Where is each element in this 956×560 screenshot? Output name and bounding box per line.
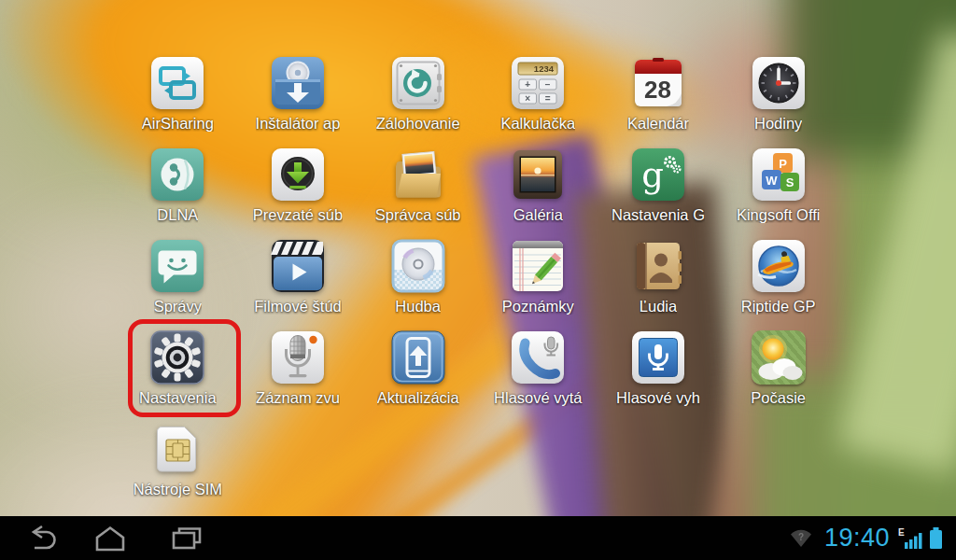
app-grid: AirSharing Inštalátor ap [118,56,838,513]
app-label: Poznámky [502,298,574,315]
google-g-glyph: g [641,155,664,195]
recents-icon [169,525,204,553]
app-hudba[interactable]: Hudba [358,239,478,330]
weather-icon [752,330,806,385]
app-label: Ľudia [640,298,677,315]
app-kalendar[interactable]: 28 Kalendár [598,56,719,147]
app-kingsoft-office[interactable]: P W S Kingsoft Offi [718,147,838,239]
wifi-question-icon: ? [790,528,812,548]
dlna-icon [150,147,204,202]
app-zaznam-zvuku[interactable]: Záznam zvu [238,330,358,422]
app-aktualizacia[interactable]: Aktualizácia [358,330,478,422]
signal-indicator: E [898,526,924,551]
app-label: Riptide GP [741,298,816,315]
app-label: Počasie [751,389,806,406]
airsharing-icon [150,56,204,110]
app-prevzate-subory[interactable]: Prevzaté súb [238,147,358,239]
calendar-icon: 28 [631,56,685,110]
home-icon [92,525,128,553]
app-galeria[interactable]: Galéria [478,147,598,239]
wifi-question-glyph: ? [798,532,804,542]
calculator-display: 1234 [534,63,555,74]
status-area[interactable]: ? 19:40 E [790,516,943,560]
app-label: AirSharing [142,115,214,132]
kingsoft-p-glyph: P [779,157,787,171]
battery-icon [929,527,943,550]
back-icon [21,525,57,553]
clock-time: 19:40 [824,524,890,553]
app-label: Galéria [513,206,563,223]
app-poznamky[interactable]: Poznámky [478,239,598,330]
app-label: DLNA [157,206,198,223]
kingsoft-s-glyph: S [785,175,794,189]
gallery-icon [511,147,565,202]
app-riptide-gp[interactable]: Riptide GP [718,239,838,330]
calendar-day: 28 [644,76,671,104]
app-kalkulacka[interactable]: 1234 + − × = Kalkulačka [478,56,598,147]
google-settings-icon: g [631,147,685,202]
app-spravca-suborov[interactable]: Správca súb [358,147,478,239]
sound-recorder-icon [271,330,325,385]
app-label: Nastavenia G [612,206,705,223]
installer-icon [271,56,325,110]
app-nastavenia-google[interactable]: g Nastavenia G [598,147,719,239]
riptide-gp-icon [752,239,806,293]
sim-toolkit-icon [150,422,204,476]
movie-studio-icon [271,239,325,293]
app-label: Záznam zvu [256,389,340,406]
clock-icon [752,56,806,110]
kingsoft-office-icon: P W S [752,147,806,202]
app-ludia[interactable]: Ľudia [598,239,719,330]
app-instalator[interactable]: Inštalátor ap [238,56,358,147]
app-pocasie[interactable]: Počasie [718,330,838,422]
app-label: Aktualizácia [377,389,459,406]
app-airsharing[interactable]: AirSharing [118,56,238,147]
navigation-bar: ? 19:40 E [0,516,956,560]
calc-equals-glyph: = [545,93,551,104]
highlight-box [128,319,241,417]
voice-search-icon [631,330,685,385]
app-hodiny[interactable]: Hodiny [718,56,838,147]
system-update-icon [391,330,445,385]
downloads-icon [271,147,325,202]
app-label: Inštalátor ap [256,115,341,132]
music-icon [391,239,445,293]
app-label: Kalkulačka [500,115,575,132]
kingsoft-w-glyph: W [766,174,778,188]
app-label: Kalendár [627,115,689,132]
calc-times-glyph: × [526,93,531,104]
app-label: Nástroje SIM [134,481,222,497]
app-hlasove-vytacanie[interactable]: Hlasové vytá [478,330,598,422]
app-label: Hudba [395,298,441,315]
recents-button[interactable] [166,516,207,560]
calc-minus-glyph: − [545,79,551,90]
app-hlasove-vyhladavanie[interactable]: Hlasové vyh [598,330,719,422]
people-icon [631,239,685,293]
messaging-icon [150,239,204,293]
back-button[interactable] [19,516,60,560]
home-button[interactable] [90,516,131,560]
app-nastroje-sim[interactable]: Nástroje SIM [118,422,238,513]
app-label: Prevzaté súb [253,206,343,223]
network-mode-indicator: E [898,527,905,538]
app-label: Hlasové vyh [616,389,700,406]
app-label: Hodiny [754,115,802,132]
voice-dialer-icon [511,330,565,385]
app-label: Hlasové vytá [494,389,582,406]
app-zalohovanie[interactable]: Zálohovanie [358,56,478,147]
app-label: Filmové štúd [254,298,342,315]
calc-plus-glyph: + [526,79,531,90]
file-manager-icon [391,147,445,202]
app-label: Správy [154,298,202,315]
app-dlna[interactable]: DLNA [118,147,238,239]
calculator-icon: 1234 + − × = [511,56,565,110]
app-label: Zálohovanie [376,115,460,132]
backup-icon [391,56,445,110]
signal-bars-icon [905,530,923,549]
app-spravy[interactable]: Správy [118,239,238,330]
app-label: Správca súb [375,206,461,223]
notes-icon [511,239,565,293]
app-label: Kingsoft Offi [737,206,821,223]
app-filmove-studio[interactable]: Filmové štúd [238,239,358,330]
